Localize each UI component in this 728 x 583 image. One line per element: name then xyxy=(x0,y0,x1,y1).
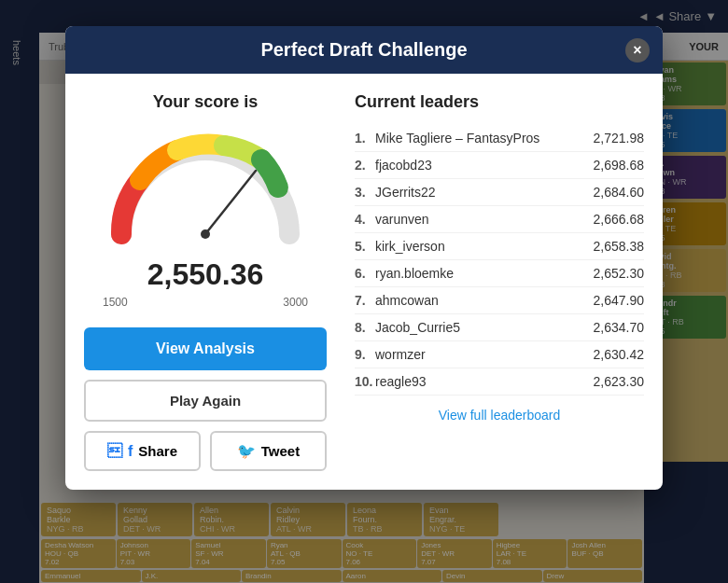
leaderboard-item: 3. JGerrits22 2,684.60 xyxy=(355,179,644,206)
gauge-svg xyxy=(103,127,308,248)
svg-point-1 xyxy=(201,229,210,239)
leaderboard-item: 10. reagle93 2,623.30 xyxy=(355,368,644,396)
leaderboard-rank: 9. xyxy=(355,347,375,362)
leaderboard-rank: 6. xyxy=(355,266,375,281)
share-label: Share xyxy=(138,443,177,459)
view-full-leaderboard-link[interactable]: View full leaderboard xyxy=(439,408,561,423)
modal-body: Your score is xyxy=(65,74,663,490)
leaderboard-rank: 7. xyxy=(355,293,375,308)
leaderboard-player-score: 2,652.30 xyxy=(594,266,645,281)
leaderboard-player-name: JGerrits22 xyxy=(375,185,594,200)
leaderboard-player-name: wormzer xyxy=(375,347,594,362)
view-analysis-button[interactable]: View Analysis xyxy=(84,327,327,370)
close-button[interactable]: × xyxy=(625,38,650,62)
leaderboard-rank: 3. xyxy=(355,185,375,200)
leaderboard-rank: 1. xyxy=(355,131,375,146)
leaderboard-player-score: 2,658.38 xyxy=(594,239,645,254)
svg-line-0 xyxy=(205,171,256,234)
leaderboard-rank: 8. xyxy=(355,320,375,335)
leaderboard-item: 9. wormzer 2,630.42 xyxy=(355,341,644,368)
gauge-container xyxy=(103,127,308,248)
leaderboard-player-score: 2,684.60 xyxy=(594,185,645,200)
leaderboard-player-name: reagle93 xyxy=(375,374,594,389)
gauge-max-label: 3000 xyxy=(283,296,308,309)
leaderboard-title: Current leaders xyxy=(355,92,644,112)
leaderboard-section: Current leaders 1. Mike Tagliere – Fanta… xyxy=(355,92,644,471)
leaderboard-item: 7. ahmcowan 2,647.90 xyxy=(355,287,644,314)
gauge-labels: 1500 3000 xyxy=(103,296,308,309)
leaderboard-player-name: Jacob_Currie5 xyxy=(375,320,594,335)
tweet-label: Tweet xyxy=(261,443,300,459)
leaderboard-player-score: 2,647.90 xyxy=(594,293,645,308)
leaderboard-rank: 5. xyxy=(355,239,375,254)
leaderboard-player-name: ahmcowan xyxy=(375,293,594,308)
score-section: Your score is xyxy=(84,92,327,471)
leaderboard-player-name: varunven xyxy=(375,212,594,227)
leaderboard-item: 8. Jacob_Currie5 2,634.70 xyxy=(355,314,644,341)
modal-dialog: Perfect Draft Challenge × Your score is xyxy=(65,26,663,490)
score-value: 2,550.36 xyxy=(147,257,264,292)
leaderboard-item: 4. varunven 2,666.68 xyxy=(355,206,644,233)
leaderboard-player-score: 2,666.68 xyxy=(594,212,645,227)
score-title: Your score is xyxy=(153,92,259,112)
leaderboard-player-name: Mike Tagliere – FantasyPros xyxy=(375,131,594,146)
leaderboard-list: 1. Mike Tagliere – FantasyPros 2,721.98 … xyxy=(355,125,644,396)
modal-header: Perfect Draft Challenge × xyxy=(65,26,663,74)
twitter-icon: 🐦 xyxy=(237,442,256,460)
leaderboard-player-name: kirk_iverson xyxy=(375,239,594,254)
leaderboard-player-score: 2,630.42 xyxy=(594,347,645,362)
leaderboard-player-score: 2,698.68 xyxy=(594,158,645,173)
leaderboard-player-name: ryan.bloemke xyxy=(375,266,594,281)
leaderboard-rank: 2. xyxy=(355,158,375,173)
fb-f-icon: f xyxy=(128,443,133,460)
leaderboard-player-score: 2,721.98 xyxy=(594,131,645,146)
leaderboard-item: 6. ryan.bloemke 2,652.30 xyxy=(355,260,644,287)
gauge-min-label: 1500 xyxy=(103,296,128,309)
modal-title: Perfect Draft Challenge xyxy=(260,39,467,60)
play-again-button[interactable]: Play Again xyxy=(84,380,327,422)
leaderboard-rank: 4. xyxy=(355,212,375,227)
view-leaderboard-link-container: View full leaderboard xyxy=(355,407,644,423)
facebook-share-button[interactable]:  f Share xyxy=(84,431,201,471)
leaderboard-item: 5. kirk_iverson 2,658.38 xyxy=(355,233,644,260)
leaderboard-item: 2. fjacobd23 2,698.68 xyxy=(355,152,644,179)
facebook-icon:  xyxy=(107,443,122,460)
leaderboard-item: 1. Mike Tagliere – FantasyPros 2,721.98 xyxy=(355,125,644,152)
leaderboard-player-score: 2,634.70 xyxy=(594,320,645,335)
social-buttons-row:  f Share 🐦 Tweet xyxy=(84,431,327,471)
twitter-tweet-button[interactable]: 🐦 Tweet xyxy=(210,431,327,471)
leaderboard-rank: 10. xyxy=(355,374,375,389)
leaderboard-player-name: fjacobd23 xyxy=(375,158,594,173)
leaderboard-player-score: 2,623.30 xyxy=(594,374,645,389)
